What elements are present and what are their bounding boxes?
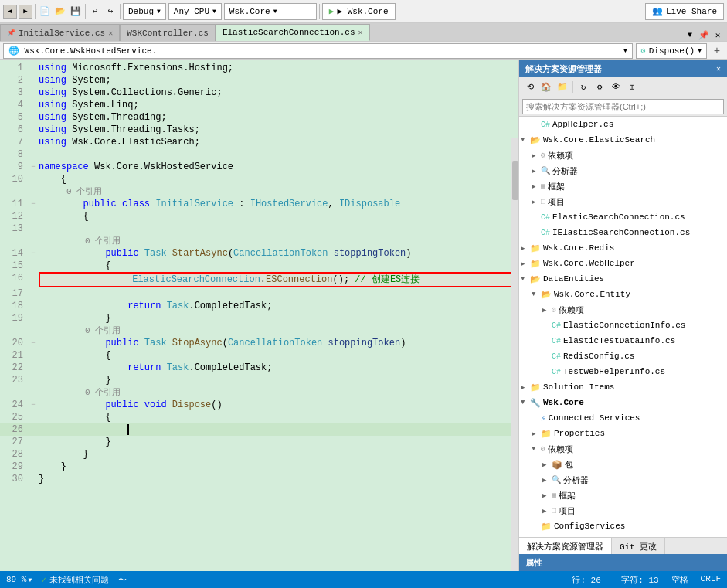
- folder-de-icon: 📂: [530, 274, 541, 284]
- method-arrow: ▼: [698, 47, 702, 54]
- tree-dep-1[interactable]: ▶ ⚙ 依赖项: [519, 148, 727, 163]
- panel-close-btn[interactable]: ✕: [716, 64, 721, 73]
- tree-project-main[interactable]: ▶ □ 项目: [519, 503, 727, 518]
- error-icon: ✓: [41, 575, 46, 585]
- tree-elastic-test[interactable]: C# ElasticTestDataInfo.cs: [519, 333, 727, 348]
- solution-panel: 解决方案资源管理器 ✕ ⟲ 🏠 📁 ↻ ⚙ 👁 ⊞ C# AppHelper.c…: [518, 60, 727, 571]
- tree-properties[interactable]: ▶ 📁 Properties: [519, 426, 727, 441]
- tree-label-dep-e: 依赖项: [559, 304, 584, 316]
- new-file-icon[interactable]: 📄: [38, 5, 52, 19]
- cs-icon-ei: C#: [552, 321, 561, 330]
- tree-wsk-elasticsarch[interactable]: ▼ 📂 Wsk.Core.ElasticSearch: [519, 132, 727, 148]
- tree-apphelper[interactable]: C# AppHelper.cs: [519, 117, 727, 132]
- tree-label-twh: TestWebHelperInfo.cs: [563, 367, 665, 376]
- tree-dep-entity[interactable]: ▶ ⚙ 依赖项: [519, 302, 727, 318]
- live-share-label: Live Share: [666, 7, 717, 16]
- tree-arrow-entity: ▼: [532, 291, 541, 298]
- tree-redis-config[interactable]: C# RedisConfig.cs: [519, 348, 727, 364]
- wave-icon: 〜: [118, 576, 127, 585]
- tab-close-all-btn[interactable]: ✕: [712, 29, 724, 41]
- tree-label-cs: Connected Services: [549, 413, 640, 423]
- tree-label-entity: Wsk.Core.Entity: [554, 290, 630, 299]
- code-lines: 1 using Microsoft.Extensions.Hosting; 2 …: [0, 60, 518, 571]
- tree-framework-main[interactable]: ▶ ▦ 框架: [519, 488, 727, 503]
- redo-icon[interactable]: ↪: [104, 5, 117, 19]
- tree-project-1[interactable]: ▶ □ 项目: [519, 194, 727, 209]
- tree-analyzer-1[interactable]: ▶ 🔍 分析器: [519, 163, 727, 178]
- code-line-22: 22 return Task.CompletedTask;: [0, 362, 518, 374]
- tree-dep-main[interactable]: ▼ ⚙ 依赖项: [519, 441, 727, 457]
- code-editor[interactable]: 1 using Microsoft.Extensions.Hosting; 2 …: [0, 60, 518, 571]
- tree-dataentities[interactable]: ▼ 📂 DataEntities: [519, 271, 727, 287]
- status-right: 行: 26 字符: 13 空格 CRLF: [572, 574, 721, 586]
- toolbar-btn-1[interactable]: ◀: [3, 5, 17, 19]
- panel-btn-settings[interactable]: ⚙: [592, 80, 607, 95]
- run-button[interactable]: ▶ ▶ Wsk.Core: [322, 3, 396, 20]
- tab-dropdown-icon[interactable]: ▼: [684, 29, 696, 41]
- save-icon[interactable]: 💾: [69, 5, 83, 19]
- toolbar-btn-2[interactable]: ▶: [19, 5, 32, 19]
- zoom-display[interactable]: 89 % ▼: [6, 575, 32, 584]
- panel-btn-filter[interactable]: ⊞: [624, 80, 640, 95]
- tab-wskcontroller[interactable]: WSKController.cs: [120, 24, 216, 41]
- tree-wsk-webhelper[interactable]: ▶ 📁 Wsk.Core.WebHelper: [519, 256, 727, 271]
- v-scrollbar-thumb[interactable]: [512, 161, 518, 200]
- tree-arrow-dep1: ▶: [532, 151, 541, 160]
- tree-wsk-core-main[interactable]: ▼ 🔧 Wsk.Core: [519, 395, 727, 410]
- code-line-8: 8: [0, 148, 518, 161]
- tab-git-changes[interactable]: Git 更改: [612, 538, 665, 555]
- tab-elasticsearchconnection[interactable]: ElasticSearchConnection.cs ✕: [216, 24, 370, 41]
- cpu-dropdown[interactable]: Any CPU ▼: [168, 3, 222, 20]
- panel-btn-view[interactable]: 👁: [608, 80, 623, 95]
- code-line-7: 7 using Wsk.Core.ElasticSearch;: [0, 136, 518, 148]
- tree-connected-services[interactable]: ⚡ Connected Services: [519, 410, 727, 426]
- code-line-4: 4 using System.Linq;: [0, 99, 518, 111]
- tab-close-icon-1[interactable]: ✕: [108, 29, 113, 38]
- panel-btn-refresh[interactable]: ↻: [576, 80, 591, 95]
- tree-label-iec: IElasticSearchConnection.cs: [552, 228, 690, 237]
- tree-configservices[interactable]: 📁 ConfigServices: [519, 518, 727, 534]
- status-bar: 89 % ▼ ✓ 未找到相关问题 〜 行: 26 字符: 13 空格 CRLF: [0, 571, 727, 588]
- tree-arrow-am: ▶: [542, 476, 552, 484]
- tree-framework-1[interactable]: ▶ ▦ 框架: [519, 178, 727, 194]
- tree-analyzer-main[interactable]: ▶ 🔍 分析器: [519, 472, 727, 488]
- open-file-icon[interactable]: 📂: [53, 5, 67, 19]
- conn-icon: ⚡: [541, 413, 546, 423]
- panel-btn-files[interactable]: 📁: [555, 80, 570, 95]
- addr-add-btn[interactable]: +: [710, 44, 724, 58]
- tree-wsk-entity[interactable]: ▼ 📂 Wsk.Core.Entity: [519, 287, 727, 302]
- tab-initialservice[interactable]: 📌 InitialService.cs ✕: [0, 24, 120, 41]
- method-dropdown[interactable]: ⚙ Dispose() ▼: [636, 43, 707, 59]
- attributes-panel-title: 属性: [519, 554, 727, 571]
- v-scrollbar[interactable]: [511, 138, 518, 571]
- undo-redo: ↩ ↪: [88, 5, 117, 19]
- proj-icon-1: □: [541, 198, 545, 206]
- project-dropdown[interactable]: Wsk.Core ▼: [224, 3, 317, 20]
- tree-ielastic-conn[interactable]: C# IElasticSearchConnection.cs: [519, 225, 727, 240]
- main-area: 1 using Microsoft.Extensions.Hosting; 2 …: [0, 60, 727, 571]
- tab-pin-btn[interactable]: 📌: [698, 29, 710, 41]
- code-line-28: 28 }: [0, 448, 518, 461]
- search-input[interactable]: [522, 99, 724, 114]
- tree-elastic-info[interactable]: C# ElasticConnectionInfo.cs: [519, 318, 727, 333]
- tab-close-icon-3[interactable]: ✕: [358, 28, 363, 37]
- tree-pkg[interactable]: ▶ 📦 包: [519, 457, 727, 472]
- undo-icon[interactable]: ↩: [88, 5, 102, 19]
- cpu-arrow-icon: ▼: [212, 8, 216, 15]
- namespace-dropdown[interactable]: 🌐 Wsk.Core.WskHostedService. ▼: [3, 43, 633, 59]
- tab-solution-explorer[interactable]: 解决方案资源管理器: [519, 538, 612, 555]
- tree-wsk-redis[interactable]: ▶ 📁 Wsk.Core.Redis: [519, 240, 727, 256]
- panel-btn-home[interactable]: 🏠: [538, 80, 554, 95]
- panel-btn-sync[interactable]: ⟲: [522, 80, 538, 95]
- tree-testwebhelper[interactable]: C# TestWebHelperInfo.cs: [519, 364, 727, 379]
- tree-label-props: Properties: [554, 429, 605, 438]
- toolbar-separator-4: [319, 4, 320, 19]
- folder-open-icon: 📂: [530, 135, 541, 145]
- debug-dropdown[interactable]: Debug ▼: [123, 3, 166, 20]
- debug-label: Debug: [128, 7, 154, 16]
- error-status[interactable]: ✓ 未找到相关问题: [41, 574, 109, 586]
- live-share-btn[interactable]: 👥 Live Share: [645, 3, 724, 20]
- tab-bar: 📌 InitialService.cs ✕ WSKController.cs E…: [0, 23, 727, 42]
- tree-solution-items[interactable]: ▶ 📁 Solution Items: [519, 379, 727, 395]
- tree-elastic-conn[interactable]: C# ElasticSearchConnection.cs: [519, 209, 727, 225]
